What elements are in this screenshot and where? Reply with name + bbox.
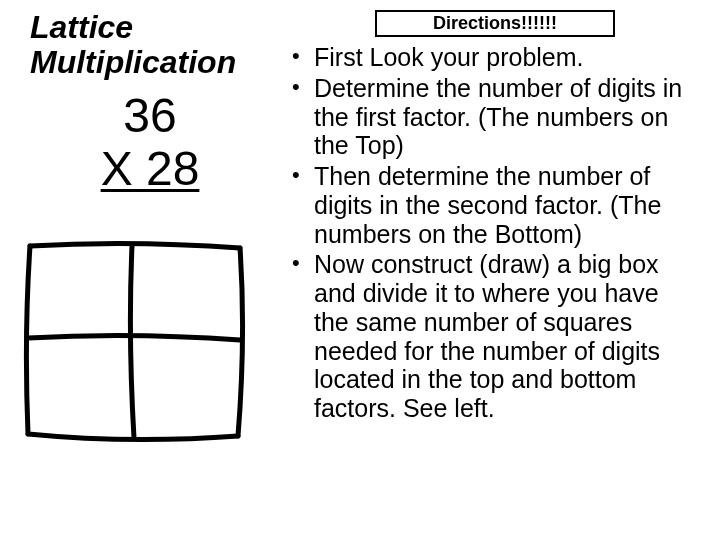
directions-heading: Directions!!!!!!: [375, 10, 615, 37]
list-item: First Look your problem.: [290, 43, 700, 72]
second-factor-line: X 28: [10, 143, 290, 196]
page-title: Lattice Multiplication: [30, 10, 290, 80]
left-column: Lattice Multiplication 36 X 28: [30, 10, 290, 530]
right-column: Directions!!!!!! First Look your problem…: [290, 10, 700, 530]
lattice-grid-icon: [10, 226, 290, 470]
list-item: Now construct (draw) a big box and divid…: [290, 250, 700, 423]
math-problem: 36 X 28: [10, 90, 290, 196]
list-item: Determine the number of digits in the fi…: [290, 74, 700, 160]
first-factor: 36: [10, 90, 290, 143]
list-item: Then determine the number of digits in t…: [290, 162, 700, 248]
directions-list: First Look your problem. Determine the n…: [290, 43, 700, 423]
